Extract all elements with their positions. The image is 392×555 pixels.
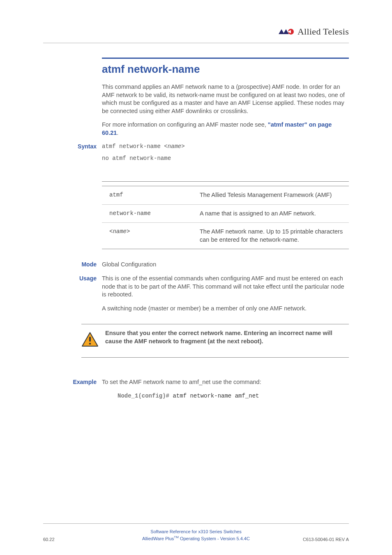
footer-center: Software Reference for x310 Series Switc… <box>101 529 291 542</box>
footer-page-number: 60.22 <box>43 537 101 542</box>
syntax-line-1: atmf network-name <name> <box>102 143 349 150</box>
caution-block: Ensure that you enter the correct networ… <box>81 324 349 358</box>
example-command: atmf network-name amf_net <box>173 393 259 399</box>
brand-text: Allied Telesis <box>297 26 349 37</box>
example-body: To set the AMF network name to amf_net u… <box>102 378 349 400</box>
table-top-rule <box>102 181 349 182</box>
footer-line2: AlliedWare PlusTM Operating System - Ver… <box>101 535 291 542</box>
usage-p1: This is one of the essential commands wh… <box>102 275 349 299</box>
syntax-line-2: no atmf network-name <box>102 155 349 162</box>
param-desc: A name that is assigned to an AMF networ… <box>192 204 349 223</box>
mode-label: Mode <box>43 261 102 269</box>
intro-paragraph-1: This command applies an AMF network name… <box>102 83 349 115</box>
title-rule <box>102 58 349 59</box>
caution-icon <box>81 332 99 347</box>
syntax-body: atmf network-name <name> no atmf network… <box>102 143 349 166</box>
example-section: Example To set the AMF network name to a… <box>102 378 349 400</box>
mode-text: Global Configuration <box>102 261 349 269</box>
table-row: network-name A name that is assigned to … <box>102 204 349 223</box>
example-label: Example <box>43 378 102 400</box>
brand-logo: Allied Telesis <box>279 26 349 37</box>
example-intro: To set the AMF network name to amf_net u… <box>102 378 349 386</box>
param-desc: The Allied Telesis Management Framework … <box>192 186 349 205</box>
mode-section: Mode Global Configuration <box>102 261 349 269</box>
page-title: atmf network-name <box>102 63 349 76</box>
syntax-section: Syntax atmf network-name <name> no atmf … <box>102 143 349 176</box>
param-name: atmf <box>102 186 192 205</box>
syntax-label: Syntax <box>43 143 102 176</box>
parameter-table: atmf The Allied Telesis Management Frame… <box>102 186 349 249</box>
footer-doc-id: C613-50046-01 REV A <box>291 537 349 542</box>
table-row: atmf The Allied Telesis Management Frame… <box>102 186 349 205</box>
param-name: <name> <box>102 223 192 249</box>
param-name: network-name <box>102 204 192 223</box>
footer-line1: Software Reference for x310 Series Switc… <box>101 529 291 535</box>
usage-section: Usage This is one of the essential comma… <box>102 275 349 318</box>
svg-marker-0 <box>279 29 284 34</box>
example-prompt: Node_1(config)# <box>118 393 169 399</box>
page-footer: 60.22 Software Reference for x310 Series… <box>43 523 349 542</box>
usage-p2: A switching node (master or member) be a… <box>102 305 349 313</box>
intro-p2-prefix: For more information on configuring an A… <box>102 121 268 128</box>
logo-icon <box>279 28 295 35</box>
example-command-line: Node_1(config)# atmf network-name amf_ne… <box>102 392 349 400</box>
caution-text: Ensure that you enter the correct networ… <box>105 329 349 347</box>
page-header: Allied Telesis <box>43 21 349 43</box>
intro-p2-suffix: . <box>117 130 118 136</box>
intro-paragraph-2: For more information on configuring an A… <box>102 121 349 137</box>
svg-point-5 <box>89 343 91 345</box>
usage-label: Usage <box>43 275 102 318</box>
table-row: <name> The AMF network name. Up to 15 pr… <box>102 223 349 249</box>
svg-rect-4 <box>89 337 91 342</box>
param-desc: The AMF network name. Up to 15 printable… <box>192 223 349 249</box>
main-content: atmf network-name This command applies a… <box>43 58 349 400</box>
usage-body: This is one of the essential commands wh… <box>102 275 349 318</box>
